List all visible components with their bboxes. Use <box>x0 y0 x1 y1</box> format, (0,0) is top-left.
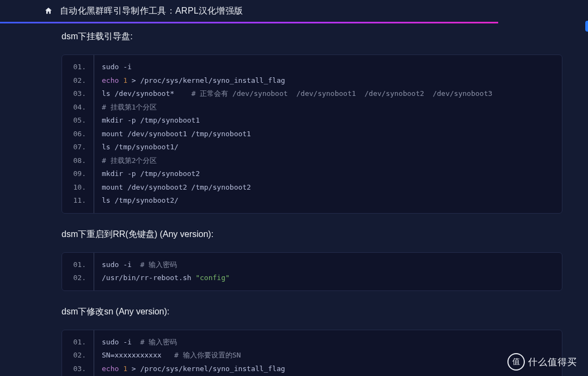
line-gutter: 01.02.03.04.05.06.07.08.09.10.11. <box>62 55 94 213</box>
code-line: sudo -i # 输入密码 <box>102 258 562 272</box>
code-line: mount /dev/synoboot1 /tmp/synoboot1 <box>102 128 562 141</box>
watermark: 值 什么值得买 <box>507 353 577 371</box>
code-line: SN=xxxxxxxxxxx # 输入你要设置的SN <box>102 349 562 362</box>
code-block: 01.02.03.04.sudo -i # 输入密码SN=xxxxxxxxxxx… <box>62 330 562 377</box>
code-line: ls /tmp/synoboot1/ <box>102 141 562 154</box>
home-icon[interactable] <box>44 7 53 15</box>
section-heading: dsm下修改sn (Any version): <box>62 306 562 318</box>
side-accent <box>585 21 588 32</box>
watermark-badge: 值 <box>507 353 525 371</box>
code-line: sudo -i <box>102 60 562 74</box>
code-line: # 挂载第1个分区 <box>102 101 562 114</box>
code-line: ls /tmp/synoboot2/ <box>102 194 562 208</box>
code-line: ls /dev/synoboot* # 正常会有 /dev/synoboot /… <box>102 87 562 101</box>
code-lines: sudo -i # 输入密码/usr/bin/rr-reboot.sh "con… <box>94 253 562 290</box>
code-line: sudo -i # 输入密码 <box>102 336 562 349</box>
line-gutter: 01.02.03.04. <box>62 330 94 377</box>
code-line: mkdir -p /tmp/synoboot1 <box>102 114 562 128</box>
code-line: echo 1 > /proc/sys/kernel/syno_install_f… <box>102 362 562 376</box>
code-lines: sudo -i # 输入密码SN=xxxxxxxxxxx # 输入你要设置的SN… <box>94 330 562 377</box>
page-title: 自动化黑群晖引导制作工具：ARPL汉化增强版 <box>60 5 243 17</box>
content: dsm下挂载引导盘:01.02.03.04.05.06.07.08.09.10.… <box>0 23 562 376</box>
section-heading: dsm下重启到RR(免键盘) (Any version): <box>62 229 562 240</box>
code-line: mount /dev/synoboot2 /tmp/synoboot2 <box>102 181 562 195</box>
line-gutter: 01.02. <box>62 253 94 290</box>
code-block: 01.02.03.04.05.06.07.08.09.10.11.sudo -i… <box>62 54 562 214</box>
code-block: 01.02.sudo -i # 输入密码/usr/bin/rr-reboot.s… <box>62 252 562 291</box>
code-lines: sudo -iecho 1 > /proc/sys/kernel/syno_in… <box>94 55 562 213</box>
watermark-text: 什么值得买 <box>528 356 577 368</box>
code-line: mkdir -p /tmp/synoboot2 <box>102 167 562 181</box>
topbar: 自动化黑群晖引导制作工具：ARPL汉化增强版 <box>0 0 588 22</box>
section-heading: dsm下挂载引导盘: <box>62 31 562 43</box>
code-line: # 挂载第2个分区 <box>102 154 562 168</box>
code-line: /usr/bin/rr-reboot.sh "config" <box>102 271 562 285</box>
code-line: echo 1 > /proc/sys/kernel/syno_install_f… <box>102 74 562 88</box>
